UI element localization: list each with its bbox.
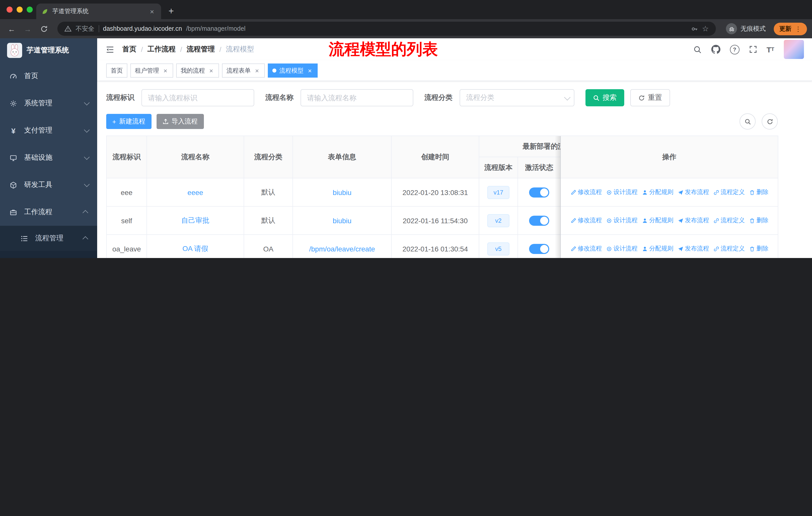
main-area: 首页 / 工作流程 / 流程管理 / 流程模型 流程模型的列表 ? <box>97 38 812 258</box>
back-icon[interactable]: ← <box>5 22 18 35</box>
op-process-definition[interactable]: 流程定义 <box>713 244 745 253</box>
send-icon <box>677 217 684 223</box>
form-info-link[interactable]: /bpm/oa/leave/create <box>309 245 375 253</box>
breadcrumb-workflow[interactable]: 工作流程 <box>147 45 176 54</box>
search-button[interactable]: 搜索 <box>585 89 624 106</box>
window-minimize-button[interactable] <box>17 6 23 12</box>
sidebar-item-workflow[interactable]: 工作流程 <box>0 198 97 226</box>
op-design-process[interactable]: 设计流程 <box>606 244 638 253</box>
github-icon[interactable] <box>711 45 720 54</box>
model-id-input[interactable] <box>141 89 254 106</box>
send-icon <box>677 189 684 195</box>
new-tab-button[interactable]: + <box>164 4 178 18</box>
table-row: oa_leave OA 请假 OA /bpm/oa/leave/create 2… <box>107 235 778 258</box>
password-key-icon[interactable] <box>690 25 698 32</box>
tag-process-model-active[interactable]: 流程模型 × <box>268 63 318 78</box>
op-edit-process[interactable]: 修改流程 <box>570 188 602 196</box>
create-process-button[interactable]: + 新建流程 <box>106 114 151 129</box>
sidebar-collapse-icon[interactable] <box>105 45 115 54</box>
cell-created-time: 2022-01-16 01:30:54 <box>392 235 479 258</box>
toggle-search-button[interactable] <box>740 113 756 130</box>
op-delete[interactable]: 删除 <box>749 216 768 225</box>
help-icon[interactable]: ? <box>730 45 739 54</box>
op-design-process[interactable]: 设计流程 <box>606 188 638 196</box>
op-assign-rule[interactable]: 分配规则 <box>642 216 673 225</box>
url-host: dashboard.yudao.iocoder.cn <box>103 25 182 32</box>
tag-tenant-management[interactable]: 租户管理 × <box>130 63 173 78</box>
close-icon[interactable]: × <box>162 67 169 74</box>
form-info-link[interactable]: biubiu <box>333 188 352 196</box>
security-label[interactable]: 不安全 <box>76 24 94 33</box>
browser-update-button[interactable]: 更新 ⋮ <box>774 22 807 35</box>
active-toggle[interactable] <box>529 215 549 225</box>
refresh-button[interactable] <box>762 113 778 130</box>
bookmark-star-icon[interactable]: ☆ <box>702 24 709 33</box>
incognito-label: 无痕模式 <box>741 24 766 33</box>
op-edit-process[interactable]: 修改流程 <box>570 244 602 253</box>
op-process-definition[interactable]: 流程定义 <box>713 216 745 225</box>
cell-form-info: biubiu <box>293 207 392 235</box>
form-info-link[interactable]: biubiu <box>333 216 352 224</box>
category-select[interactable]: 流程分类 <box>460 89 574 106</box>
model-name-link[interactable]: eeee <box>187 188 203 196</box>
op-edit-process[interactable]: 修改流程 <box>570 216 602 225</box>
active-toggle[interactable] <box>529 244 549 254</box>
cell-model-name: eeee <box>147 179 244 207</box>
sidebar-item-home[interactable]: 首页 <box>0 62 97 90</box>
tags-view-bar: 首页 租户管理 × 我的流程 × 流程表单 × 流程模型 × <box>97 60 812 81</box>
app-logo: 芋道管理系统 <box>0 38 97 62</box>
window-zoom-button[interactable] <box>27 6 33 12</box>
op-publish-process[interactable]: 发布流程 <box>677 244 709 253</box>
op-assign-rule[interactable]: 分配规则 <box>642 244 673 253</box>
browser-menu-icon[interactable]: ⋮ <box>795 25 802 32</box>
cell-active-status <box>518 235 561 258</box>
op-design-process[interactable]: 设计流程 <box>606 216 638 225</box>
tag-my-process[interactable]: 我的流程 × <box>176 63 219 78</box>
close-icon[interactable]: × <box>254 67 260 74</box>
op-delete[interactable]: 删除 <box>749 244 768 253</box>
reload-icon[interactable] <box>37 22 50 35</box>
cube-icon <box>9 181 18 189</box>
not-secure-warning-icon <box>64 25 71 32</box>
cell-active-status <box>518 179 561 207</box>
window-close-button[interactable] <box>6 6 12 12</box>
op-publish-process[interactable]: 发布流程 <box>677 188 709 196</box>
import-process-button[interactable]: 导入流程 <box>156 114 204 129</box>
font-size-icon[interactable]: TT <box>766 46 774 53</box>
op-process-definition[interactable]: 流程定义 <box>713 188 745 196</box>
link-icon <box>713 246 719 252</box>
user-avatar[interactable] <box>784 40 804 59</box>
tag-home[interactable]: 首页 <box>106 63 127 78</box>
model-name-link[interactable]: OA 请假 <box>182 244 208 253</box>
sidebar-item-devtools[interactable]: 研发工具 <box>0 171 97 198</box>
close-icon[interactable]: × <box>307 67 313 74</box>
breadcrumb-process-management[interactable]: 流程管理 <box>187 45 215 54</box>
address-bar[interactable]: 不安全 dashboard.yudao.iocoder.cn/bpm/manag… <box>57 22 716 36</box>
sidebar-item-system[interactable]: 系统管理 <box>0 90 97 117</box>
sidebar-item-infrastructure[interactable]: 基础设施 <box>0 144 97 171</box>
sidebar-item-payment[interactable]: ¥ 支付管理 <box>0 117 97 144</box>
sidebar-item-process-management[interactable]: 流程管理 <box>0 226 97 251</box>
sidebar-item-process-form[interactable]: 流程表单 <box>0 251 97 258</box>
tag-process-form[interactable]: 流程表单 × <box>222 63 265 78</box>
breadcrumb-home[interactable]: 首页 <box>122 45 137 54</box>
forward-icon[interactable]: → <box>21 22 34 35</box>
search-icon[interactable] <box>693 45 701 54</box>
dashboard-icon <box>9 72 18 80</box>
table-toolbar: + 新建流程 导入流程 <box>106 113 778 130</box>
op-publish-process[interactable]: 发布流程 <box>677 216 709 225</box>
model-name-link[interactable]: 自己审批 <box>181 216 209 225</box>
chevron-down-icon <box>84 127 90 133</box>
col-header-process-version: 流程版本 <box>479 157 518 179</box>
cell-model-id: self <box>107 207 147 235</box>
op-delete[interactable]: 删除 <box>749 188 768 196</box>
active-toggle[interactable] <box>529 187 549 197</box>
reset-button[interactable]: 重置 <box>630 89 670 106</box>
tab-close-icon[interactable]: × <box>148 7 156 16</box>
model-name-input[interactable] <box>300 89 413 106</box>
cell-model-id: oa_leave <box>107 235 147 258</box>
close-icon[interactable]: × <box>208 67 214 74</box>
browser-tab[interactable]: 芋道管理系统 × <box>36 3 161 19</box>
op-assign-rule[interactable]: 分配规则 <box>642 188 673 196</box>
fullscreen-icon[interactable] <box>749 45 757 53</box>
